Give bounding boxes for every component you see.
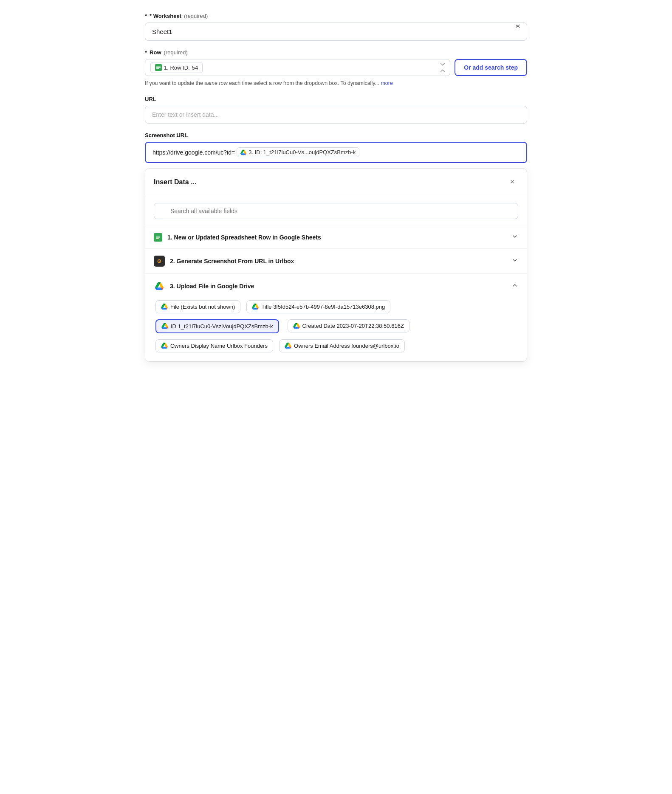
accordion-label-2: 2. Generate Screenshot From URL in Urlbo…	[170, 258, 506, 265]
worksheet-select[interactable]: Sheet1	[145, 23, 527, 41]
url-label: URL	[145, 96, 156, 102]
insert-data-panel: Insert Data ... ×	[145, 168, 527, 362]
data-item-id[interactable]: ID 1_t21i7iuCu0-VszlVoujdPQXZsBmzb-k	[155, 319, 279, 333]
accordion-header-1[interactable]: 1. New or Updated Spreadsheet Row in Goo…	[145, 226, 527, 248]
worksheet-asterisk: *	[145, 13, 147, 19]
row-tag: 1. Row ID: 54	[150, 62, 203, 73]
file-drive-icon	[161, 304, 168, 310]
accordion-header-2[interactable]: 2. Generate Screenshot From URL in Urlbo…	[145, 249, 527, 273]
accordion-header-3[interactable]: 3. Upload File in Google Drive	[145, 274, 527, 298]
row-sheets-icon	[155, 64, 162, 71]
data-item-file[interactable]: File (Exists but not shown)	[155, 300, 240, 313]
data-item-file-label: File (Exists but not shown)	[170, 304, 235, 310]
screenshot-url-chip-label: 3. ID: 1_t21i7iuCu0-Vs...oujdPQXZsBmzb-k	[248, 149, 356, 155]
data-item-owners-email-label: Owners Email Address founders@urlbox.io	[294, 343, 399, 349]
svg-rect-1	[156, 66, 161, 67]
insert-data-header: Insert Data ... ×	[145, 169, 527, 196]
row-required: (required)	[164, 49, 188, 56]
screenshot-url-chip[interactable]: 3. ID: 1_t21i7iuCu0-Vs...oujdPQXZsBmzb-k	[237, 147, 359, 157]
accordion-section-1: 1. New or Updated Spreadsheet Row in Goo…	[145, 226, 527, 249]
svg-rect-2	[156, 67, 161, 68]
accordion-chevron-1	[511, 233, 518, 241]
search-wrapper	[154, 203, 518, 219]
svg-rect-6	[156, 236, 160, 236]
owners-name-drive-icon	[161, 343, 168, 349]
worksheet-label: * Worksheet	[150, 13, 181, 19]
id-drive-icon	[161, 323, 168, 329]
data-item-title[interactable]: Title 3f5fd524-e57b-4997-8e9f-da15713e63…	[246, 300, 390, 313]
accordion-chevron-2	[511, 257, 518, 265]
accordion-section-2: 2. Generate Screenshot From URL in Urlbo…	[145, 249, 527, 274]
accordion-section-3: 3. Upload File in Google Drive	[145, 274, 527, 361]
google-sheets-icon	[154, 233, 162, 242]
owners-email-drive-icon	[285, 343, 291, 349]
data-item-id-label: ID 1_t21i7iuCu0-VszlVoujdPQXZsBmzb-k	[171, 323, 273, 329]
worksheet-required: (required)	[184, 13, 208, 19]
title-drive-icon	[252, 304, 259, 310]
accordion-label-1: 1. New or Updated Spreadsheet Row in Goo…	[167, 234, 506, 241]
row-label: Row	[150, 49, 161, 56]
created-drive-icon	[293, 323, 300, 329]
screenshot-url-label: Screenshot URL	[145, 132, 188, 138]
svg-rect-3	[156, 68, 159, 69]
row-tag-value: 54	[192, 65, 198, 71]
svg-rect-7	[156, 237, 160, 237]
data-item-title-label: Title 3f5fd524-e57b-4997-8e9f-da15713e63…	[261, 304, 385, 310]
insert-data-title: Insert Data ...	[154, 178, 196, 186]
screenshot-url-field[interactable]: https://drive.google.com/uc?id= 3. ID: 1…	[145, 142, 527, 163]
row-hint: If you want to update the same row each …	[145, 79, 527, 87]
svg-rect-8	[156, 238, 159, 239]
drive-chip-icon	[240, 149, 246, 155]
search-input[interactable]	[154, 203, 518, 219]
svg-point-11	[159, 261, 160, 262]
accordion-chevron-3	[511, 282, 518, 290]
insert-data-close-button[interactable]: ×	[506, 176, 518, 188]
urlbox-icon	[154, 256, 165, 267]
search-bar-container	[145, 196, 527, 226]
url-input[interactable]	[145, 106, 527, 124]
accordion-drive-icon	[154, 281, 165, 292]
row-tag-label: 1. Row ID:	[164, 65, 190, 71]
screenshot-url-prefix: https://drive.google.com/uc?id=	[152, 149, 235, 156]
data-item-owners-name[interactable]: Owners Display Name Urlbox Founders	[155, 339, 273, 352]
data-item-owners-email[interactable]: Owners Email Address founders@urlbox.io	[279, 339, 405, 352]
hint-more-link[interactable]: more	[381, 80, 392, 86]
row-asterisk: *	[145, 49, 147, 56]
data-item-created-date-label: Created Date 2023-07-20T22:38:50.616Z	[302, 323, 404, 329]
accordion-body-3: File (Exists but not shown) Title 3f5fd5…	[145, 298, 527, 361]
data-item-owners-name-label: Owners Display Name Urlbox Founders	[170, 343, 268, 349]
row-chevrons-icon	[440, 62, 446, 74]
data-item-created-date[interactable]: Created Date 2023-07-20T22:38:50.616Z	[288, 319, 409, 332]
row-input-container[interactable]: 1. Row ID: 54	[145, 59, 450, 76]
add-search-step-button[interactable]: Or add search step	[455, 59, 527, 76]
accordion-label-3: 3. Upload File in Google Drive	[170, 283, 506, 290]
